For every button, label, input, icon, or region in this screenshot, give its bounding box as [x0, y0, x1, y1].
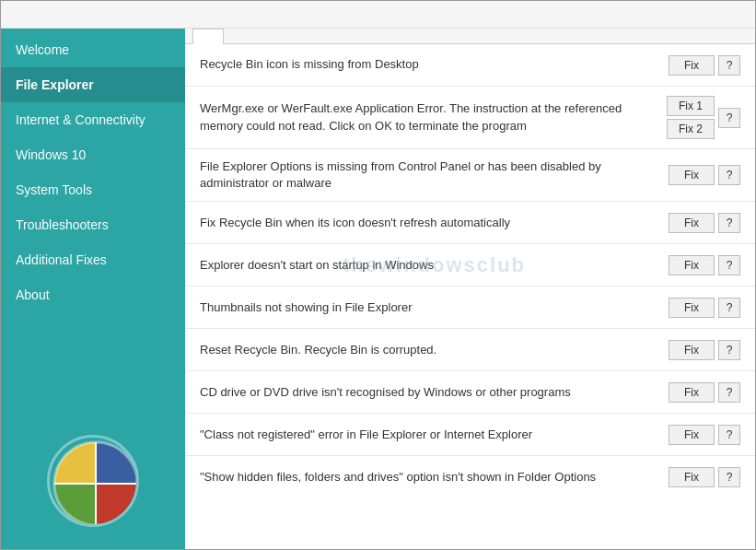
- sidebar-item-additional-fixes[interactable]: Additional Fixes: [1, 242, 185, 277]
- tab-bar: [185, 29, 755, 44]
- sidebar: WelcomeFile ExplorerInternet & Connectiv…: [1, 29, 185, 549]
- fix-row-fix9: "Class not registered" error in File Exp…: [185, 414, 755, 456]
- btn-fix-fix6[interactable]: Fix: [669, 298, 715, 318]
- fix-text-fix5: Explorer doesn't start on startup in Win…: [200, 257, 669, 274]
- sidebar-item-system-tools[interactable]: System Tools: [1, 172, 185, 207]
- btn-fix-fix4[interactable]: Fix: [669, 213, 715, 233]
- fix-row-fix5: Explorer doesn't start on startup in Win…: [185, 244, 755, 287]
- btn-fix-fix8[interactable]: Fix: [669, 382, 715, 403]
- fix-row-fix8: CD drive or DVD drive isn't recognised b…: [185, 371, 755, 414]
- fix-text-fix4: Fix Recycle Bin when its icon doesn't re…: [200, 215, 669, 231]
- btn-fix-fix7[interactable]: Fix: [669, 340, 715, 360]
- fix-buttons-fix4: Fix?: [669, 213, 740, 233]
- maximize-button[interactable]: [663, 1, 705, 29]
- btn-help-fix7[interactable]: ?: [718, 340, 740, 360]
- btn-help-fix3[interactable]: ?: [718, 165, 740, 185]
- fix-text-fix9: "Class not registered" error in File Exp…: [200, 427, 669, 443]
- main-content: Recycle Bin icon is missing from Desktop…: [185, 29, 755, 549]
- btn-fix-fix3[interactable]: Fix: [669, 165, 715, 185]
- sidebar-item-welcome[interactable]: Welcome: [1, 32, 185, 67]
- sidebar-item-internet-connectivity[interactable]: Internet & Connectivity: [1, 102, 185, 137]
- fix-buttons-fix7: Fix?: [669, 340, 740, 360]
- fix-text-fix10: "Show hidden files, folders and drives" …: [200, 469, 669, 486]
- fix-row-fix1: Recycle Bin icon is missing from Desktop…: [185, 44, 755, 87]
- logo-circle: [47, 435, 139, 527]
- fix-text-fix6: Thumbnails not showing in File Explorer: [200, 299, 669, 316]
- sidebar-item-file-explorer[interactable]: File Explorer: [1, 67, 185, 102]
- titlebar: [1, 1, 755, 29]
- sidebar-item-windows-10[interactable]: Windows 10: [1, 137, 185, 172]
- btn-fix-1-fix2[interactable]: Fix 1: [667, 96, 715, 116]
- fix-text-fix3: File Explorer Options is missing from Co…: [200, 158, 669, 192]
- fix-row-fix3: File Explorer Options is missing from Co…: [185, 149, 755, 202]
- btn-help-fix4[interactable]: ?: [718, 213, 740, 233]
- fix-buttons-fix1: Fix?: [669, 55, 740, 76]
- btn-fix-fix10[interactable]: Fix: [669, 467, 715, 487]
- logo-svg: [50, 438, 139, 527]
- fix-buttons-fix6: Fix?: [669, 298, 740, 318]
- btn-help-fix10[interactable]: ?: [718, 467, 740, 487]
- sidebar-logo: [1, 420, 185, 549]
- btn-fix-2-fix2[interactable]: Fix 2: [667, 119, 715, 139]
- fix-text-fix1: Recycle Bin icon is missing from Desktop: [200, 56, 669, 73]
- sidebar-nav: WelcomeFile ExplorerInternet & Connectiv…: [1, 29, 185, 420]
- content-area: WelcomeFile ExplorerInternet & Connectiv…: [1, 29, 755, 549]
- fixes-list: Recycle Bin icon is missing from Desktop…: [185, 44, 755, 549]
- fix-row-fix4: Fix Recycle Bin when its icon doesn't re…: [185, 202, 755, 244]
- fix-text-fix8: CD drive or DVD drive isn't recognised b…: [200, 384, 669, 401]
- fix-buttons-fix8: Fix?: [669, 382, 740, 403]
- btn-fix-fix9[interactable]: Fix: [669, 425, 715, 445]
- btn-help-fix5[interactable]: ?: [718, 255, 740, 275]
- fix-text-fix2: WerMgr.exe or WerFault.exe Application E…: [200, 100, 667, 134]
- fix-text-fix7: Reset Recycle Bin. Recycle Bin is corrup…: [200, 342, 669, 358]
- minimize-button[interactable]: [621, 1, 663, 29]
- fix-row-fix10: "Show hidden files, folders and drives" …: [185, 456, 755, 498]
- main-window: WelcomeFile ExplorerInternet & Connectiv…: [0, 0, 756, 550]
- fix-buttons-fix9: Fix?: [669, 425, 740, 445]
- fix-buttons-fix2: Fix 1Fix 2?: [667, 96, 740, 139]
- fix-row-fix2: WerMgr.exe or WerFault.exe Application E…: [185, 87, 755, 149]
- file-explorer-tab[interactable]: [192, 29, 224, 44]
- btn-help-fix8[interactable]: ?: [718, 382, 740, 403]
- btn-help-fix2[interactable]: ?: [718, 108, 740, 128]
- btn-help-fix6[interactable]: ?: [718, 298, 740, 318]
- btn-help-fix1[interactable]: ?: [718, 55, 740, 76]
- btn-fix-fix5[interactable]: Fix: [669, 255, 715, 275]
- sidebar-item-troubleshooters[interactable]: Troubleshooters: [1, 207, 185, 242]
- fix-row-fix7: Reset Recycle Bin. Recycle Bin is corrup…: [185, 329, 755, 371]
- fix-buttons-fix5: Fix?: [669, 255, 740, 275]
- watermark: thewindowsclub: [343, 251, 526, 279]
- fix-buttons-fix3: Fix?: [669, 165, 740, 185]
- fix-row-fix6: Thumbnails not showing in File ExplorerF…: [185, 287, 755, 329]
- btn-help-fix9[interactable]: ?: [718, 425, 740, 445]
- window-controls: [621, 1, 748, 29]
- fix-buttons-fix10: Fix?: [669, 467, 740, 487]
- btn-fix-fix1[interactable]: Fix: [669, 55, 715, 76]
- sidebar-item-about[interactable]: About: [1, 277, 185, 312]
- close-button[interactable]: [705, 1, 748, 29]
